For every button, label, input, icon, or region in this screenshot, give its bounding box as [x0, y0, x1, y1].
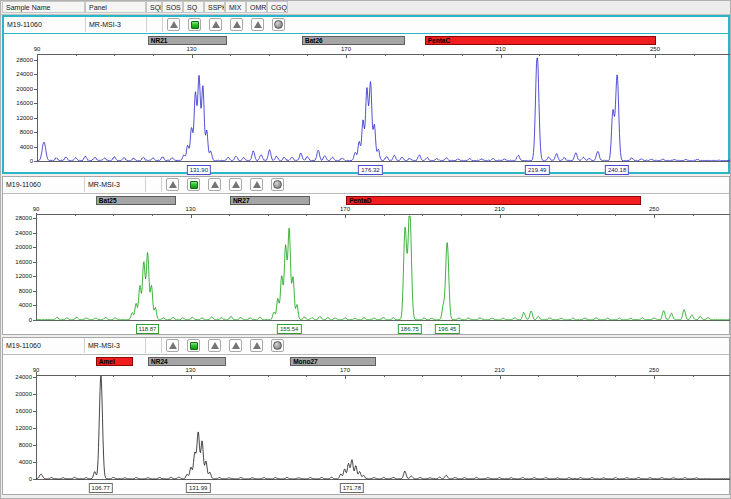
peak-size-label[interactable]: 176.32 — [358, 165, 382, 175]
column-header-mix: MIX — [225, 1, 246, 13]
electropherogram-trace-1[interactable] — [4, 17, 731, 176]
trace-path — [36, 376, 730, 479]
column-header-cgq: CGQ — [267, 1, 288, 13]
peak-size-label[interactable]: 196.45 — [435, 324, 459, 334]
peak-size-label[interactable]: 240.18 — [605, 165, 629, 175]
trace-path — [37, 58, 731, 161]
peak-size-label[interactable]: 171.78 — [340, 483, 364, 493]
column-header-sqd: SQD — [146, 1, 162, 13]
peak-size-label[interactable]: 186.75 — [398, 324, 422, 334]
column-header-sample-name: Sample Name — [2, 1, 85, 13]
electropherogram-trace-3[interactable] — [3, 338, 731, 496]
fragment-analysis-window: Sample Name Panel SQD SOS SQ SSPK MIX OM… — [0, 0, 731, 499]
column-header-sspk: SSPK — [204, 1, 225, 13]
column-header-panel: Panel — [85, 1, 146, 13]
peak-size-label[interactable]: 118.87 — [136, 324, 160, 334]
peak-size-label[interactable]: 131.90 — [187, 165, 211, 175]
sample-group-2: M19-11060MR-MSI-3Bat25NR27PentaD90130170… — [2, 176, 730, 335]
sample-group-1: M19-11060MR-MSI-3NR21Bat26PentaC90130170… — [2, 15, 730, 174]
sample-group-3: M19-11060MR-MSI-3AmelNR24Mono27901301702… — [2, 337, 730, 495]
column-header-sq: SQ — [183, 1, 204, 13]
peak-size-label[interactable]: 155.54 — [277, 324, 301, 334]
peak-size-label[interactable]: 106.77 — [89, 483, 113, 493]
trace-path — [36, 216, 730, 320]
column-header-sos: SOS — [162, 1, 183, 13]
column-header-omr: OMR — [246, 1, 267, 13]
electropherogram-trace-2[interactable] — [3, 177, 731, 336]
table-header: Sample Name Panel SQD SOS SQ SSPK MIX OM… — [1, 1, 731, 15]
peak-size-label[interactable]: 131.99 — [186, 483, 210, 493]
peak-size-label[interactable]: 219.49 — [525, 165, 549, 175]
